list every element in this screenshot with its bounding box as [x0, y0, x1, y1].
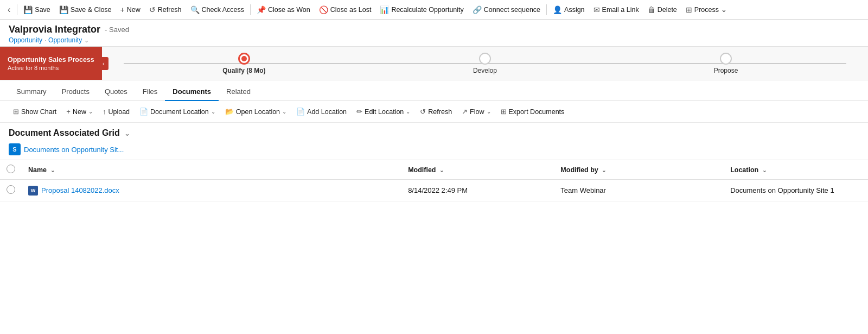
- develop-label: Develop: [473, 67, 497, 74]
- th-modified[interactable]: Modified ⌄: [401, 160, 554, 180]
- breadcrumb-part2[interactable]: Opportunity: [48, 36, 82, 44]
- tab-files[interactable]: Files: [135, 83, 165, 101]
- add-location-button[interactable]: 📄 Add Location: [292, 105, 351, 118]
- close-lost-button[interactable]: 🚫 Close as Lost: [315, 3, 375, 16]
- export-documents-icon: ⊞: [501, 108, 507, 116]
- process-step-qualify[interactable]: Qualify (8 Mo): [124, 53, 365, 74]
- doc-grid-collapse-icon[interactable]: ⌄: [124, 129, 130, 137]
- save-icon: 💾: [23, 5, 33, 14]
- process-bar: Opportunity Sales Process Active for 8 m…: [0, 47, 868, 80]
- toolbar-sep-2: [250, 4, 251, 15]
- close-lost-icon: 🚫: [319, 5, 328, 14]
- file-link[interactable]: W Proposal 14082022.docx: [28, 186, 395, 196]
- doc-site-link-row: S Documents on Opportunity Sit...: [0, 141, 868, 160]
- row-checkbox-cell: [0, 180, 22, 201]
- upload-icon: ↑: [103, 108, 106, 116]
- upload-button[interactable]: ↑ Upload: [98, 105, 134, 118]
- tab-related[interactable]: Related: [219, 83, 258, 101]
- recalculate-button[interactable]: 📊 Recalculate Opportunity: [376, 3, 467, 16]
- cell-location: Documents on Opportunity Site 1: [724, 180, 868, 201]
- check-access-button[interactable]: 🔍 Check Access: [187, 3, 248, 16]
- breadcrumb-sep: ·: [44, 37, 46, 43]
- assign-icon: 👤: [553, 5, 562, 14]
- delete-button[interactable]: 🗑 Delete: [644, 3, 681, 16]
- refresh-doc-icon: ↺: [420, 108, 426, 116]
- close-won-button[interactable]: 📌 Close as Won: [253, 3, 314, 16]
- back-button[interactable]: ‹: [3, 3, 15, 17]
- file-icon: W: [28, 186, 38, 196]
- modified-sort-icon: ⌄: [439, 167, 444, 173]
- toolbar-sep-3: [546, 4, 547, 15]
- refresh-button[interactable]: ↺ Refresh: [145, 3, 186, 16]
- show-chart-button[interactable]: ⊞ Show Chart: [9, 105, 61, 118]
- process-icon: ⊞: [686, 5, 692, 14]
- th-location[interactable]: Location ⌄: [724, 160, 868, 180]
- th-checkbox: [0, 160, 22, 180]
- header-checkbox[interactable]: [7, 165, 15, 173]
- email-link-button[interactable]: ✉ Email a Link: [590, 3, 643, 16]
- name-sort-icon: ⌄: [50, 167, 55, 173]
- open-location-chevron-icon: ⌄: [282, 109, 286, 115]
- row-checkbox[interactable]: [7, 185, 15, 194]
- new-doc-chevron-icon: ⌄: [88, 109, 93, 115]
- export-documents-button[interactable]: ⊞ Export Documents: [496, 105, 569, 118]
- new-doc-button[interactable]: + New ⌄: [62, 105, 97, 118]
- tab-products[interactable]: Products: [54, 83, 97, 101]
- breadcrumb-part1[interactable]: Opportunity: [9, 36, 42, 44]
- open-location-button[interactable]: 📂 Open Location ⌄: [221, 105, 291, 118]
- doc-grid-title: Document Associated Grid: [9, 128, 120, 138]
- refresh-doc-button[interactable]: ↺ Refresh: [416, 105, 456, 118]
- assign-button[interactable]: 👤 Assign: [549, 3, 589, 16]
- recalculate-icon: 📊: [380, 5, 389, 14]
- document-toolbar: ⊞ Show Chart + New ⌄ ↑ Upload 📄 Document…: [0, 101, 868, 123]
- edit-location-button[interactable]: ✏ Edit Location ⌄: [352, 105, 414, 118]
- th-name[interactable]: Name ⌄: [22, 160, 401, 180]
- close-won-icon: 📌: [257, 5, 266, 14]
- main-toolbar: ‹ 💾 Save 💾 Save & Close + New ↺ Refresh …: [0, 0, 868, 20]
- edit-location-icon: ✏: [356, 108, 362, 116]
- modified-by-sort-icon: ⌄: [602, 167, 606, 173]
- record-header: Valprovia Integrator - Saved Opportunity…: [0, 20, 868, 47]
- connect-sequence-button[interactable]: 🔗 Connect sequence: [469, 3, 544, 16]
- open-location-icon: 📂: [225, 108, 234, 116]
- refresh-icon: ↺: [149, 5, 156, 14]
- process-label-box: Opportunity Sales Process Active for 8 m…: [0, 47, 102, 80]
- process-button[interactable]: ⊞ Process ⌄: [682, 3, 731, 16]
- qualify-circle: [238, 53, 250, 65]
- develop-circle: [479, 53, 491, 65]
- doc-site-icon: S: [9, 143, 21, 155]
- save-close-icon: 💾: [59, 5, 68, 14]
- tab-documents[interactable]: Documents: [165, 83, 219, 101]
- propose-label: Propose: [714, 67, 738, 74]
- table-header-row: Name ⌄ Modified ⌄ Modified by ⌄ Location…: [0, 160, 868, 180]
- document-location-button[interactable]: 📄 Document Location ⌄: [135, 105, 220, 118]
- breadcrumb: Opportunity · Opportunity ⌄: [9, 36, 859, 44]
- process-steps-container: Qualify (8 Mo) Develop Propose: [102, 53, 868, 74]
- tab-quotes[interactable]: Quotes: [97, 83, 135, 101]
- doc-site-link[interactable]: Documents on Opportunity Sit...: [24, 146, 124, 154]
- flow-button[interactable]: ↗ Flow ⌄: [457, 105, 495, 118]
- new-button[interactable]: + New: [117, 3, 144, 16]
- process-step-propose[interactable]: Propose: [605, 53, 846, 74]
- new-doc-icon: +: [66, 108, 71, 116]
- process-step-develop[interactable]: Develop: [365, 53, 605, 74]
- location-sort-icon: ⌄: [762, 167, 767, 173]
- table-row: W Proposal 14082022.docx 8/14/2022 2:49 …: [0, 180, 868, 201]
- new-icon: +: [120, 5, 125, 14]
- save-button[interactable]: 💾 Save: [20, 3, 54, 16]
- tab-summary[interactable]: Summary: [9, 83, 54, 101]
- tab-bar: Summary Products Quotes Files Documents …: [0, 80, 868, 101]
- doc-grid-header: Document Associated Grid ⌄: [0, 123, 868, 141]
- cell-name: W Proposal 14082022.docx: [22, 180, 401, 201]
- edit-location-chevron-icon: ⌄: [406, 109, 410, 115]
- email-link-icon: ✉: [593, 5, 600, 14]
- delete-icon: 🗑: [648, 5, 655, 14]
- save-close-button[interactable]: 💾 Save & Close: [55, 3, 116, 16]
- show-chart-icon: ⊞: [13, 108, 19, 116]
- cell-modified-by: Team Webinar: [554, 180, 724, 201]
- process-collapse-button[interactable]: ‹: [99, 57, 108, 70]
- document-location-chevron-icon: ⌄: [211, 109, 215, 115]
- breadcrumb-chevron-icon[interactable]: ⌄: [84, 37, 89, 44]
- document-table: Name ⌄ Modified ⌄ Modified by ⌄ Location…: [0, 160, 868, 201]
- th-modified-by[interactable]: Modified by ⌄: [554, 160, 724, 180]
